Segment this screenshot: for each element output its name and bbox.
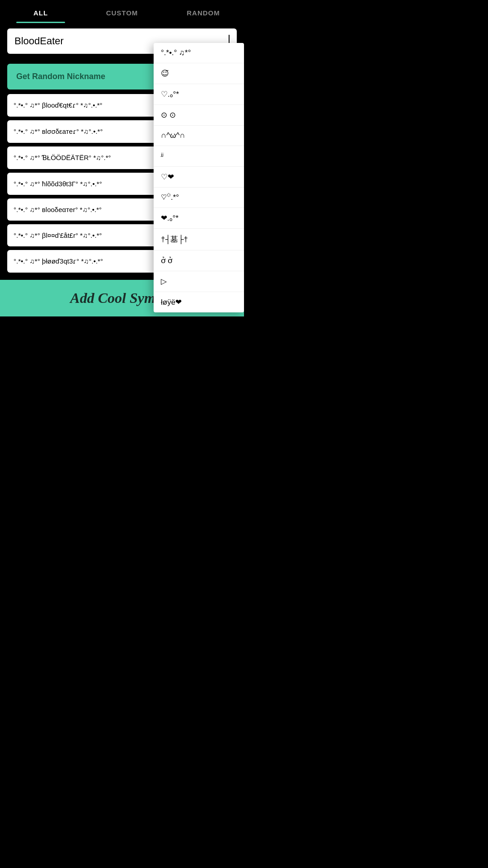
dropdown-item[interactable]: ❤.ₒ°* xyxy=(154,208,244,229)
tab-custom[interactable]: CUSTOM xyxy=(81,0,163,23)
dropdown-item[interactable]: ▷ xyxy=(154,271,244,292)
dropdown-item[interactable]: ∩^ω^∩ xyxy=(154,126,244,146)
symbol-dropdown[interactable]: °.*•.° ♫*° ☺̃ ♡.ₒ°* ⊙ ⊙ ∩^ω^∩ ʲʲ ♡❤ ♡꙳.*… xyxy=(154,43,244,312)
dropdown-item[interactable]: ʲʲ xyxy=(154,146,244,167)
dropdown-item[interactable]: ♡.ₒ°* xyxy=(154,84,244,105)
dropdown-item[interactable]: ♡❤ xyxy=(154,167,244,188)
dropdown-item[interactable]: ⊙ ⊙ xyxy=(154,105,244,126)
dropdown-item[interactable]: †┤墓├† xyxy=(154,229,244,250)
dropdown-item[interactable]: °.*•.° ♫*° xyxy=(154,43,244,63)
tab-bar: ALL CUSTOM RANDOM xyxy=(0,0,244,23)
dropdown-item[interactable]: łøÿë❤ xyxy=(154,292,244,312)
dropdown-item[interactable]: ♡꙳.*° xyxy=(154,188,244,208)
tab-all[interactable]: ALL xyxy=(0,0,81,23)
dropdown-item[interactable]: ở ở xyxy=(154,250,244,271)
tab-random[interactable]: RANDOM xyxy=(163,0,244,23)
dropdown-item[interactable]: ☺̃ xyxy=(154,63,244,84)
